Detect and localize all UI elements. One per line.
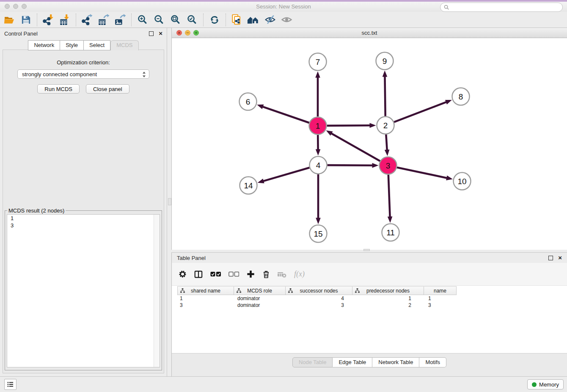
control-tab-mcds[interactable]: MCDS xyxy=(110,40,138,50)
table-tab-network-table[interactable]: Network Table xyxy=(372,357,419,367)
export-image-button[interactable] xyxy=(113,13,127,27)
table-cell: 1 xyxy=(352,295,424,301)
memory-button[interactable]: Memory xyxy=(527,379,564,389)
refresh-icon xyxy=(209,14,220,25)
zoom-fit-button[interactable] xyxy=(168,13,183,27)
mcds-result-node: 1 xyxy=(7,215,160,222)
criterion-select[interactable]: strongly connected component xyxy=(17,69,149,79)
close-panel-button[interactable]: Close panel xyxy=(86,84,129,94)
graph-edge-arrowhead xyxy=(372,163,378,168)
control-tab-network[interactable]: Network xyxy=(28,40,60,50)
zoom-out-icon xyxy=(154,14,165,25)
plus-icon xyxy=(247,270,255,278)
graph-node-label: 4 xyxy=(316,161,321,170)
sitemap-icon xyxy=(288,288,293,294)
mcds-result-list[interactable]: 13 xyxy=(7,214,160,367)
column-settings-button[interactable] xyxy=(179,270,187,278)
graph-edge-2-8[interactable] xyxy=(394,102,447,122)
deselect-all-checkboxes-button[interactable] xyxy=(228,271,239,277)
table-row[interactable]: 3dominator323 xyxy=(177,302,457,309)
graph-edge-arrowhead xyxy=(388,216,393,223)
save-session-button[interactable] xyxy=(19,13,33,27)
delete-column-button[interactable] xyxy=(262,270,270,279)
graph-edge-4-3[interactable] xyxy=(327,165,373,166)
hide-selected-button[interactable] xyxy=(263,13,277,27)
graph-edge-arrowhead xyxy=(258,179,264,183)
graph-edge-1-6[interactable] xyxy=(262,107,309,123)
table-row[interactable]: 1dominator411 xyxy=(177,295,457,302)
column-header-mcds-role[interactable]: MCDS role xyxy=(234,287,286,295)
zoom-in-button[interactable] xyxy=(135,13,150,27)
table-tab-node-table[interactable]: Node Table xyxy=(292,357,333,367)
import-network-icon xyxy=(43,14,54,25)
column-header-label: shared name xyxy=(178,288,234,294)
home-button[interactable] xyxy=(246,13,261,27)
task-history-button[interactable] xyxy=(4,379,17,390)
table-cell: 1 xyxy=(424,295,457,301)
node-table: shared nameMCDS rolesuccessor nodesprede… xyxy=(177,286,457,309)
table-panel-close-button[interactable]: × xyxy=(558,256,562,260)
graph-edge-4-14[interactable] xyxy=(263,168,309,181)
table-cell: 2 xyxy=(352,302,424,308)
column-header-label: MCDS role xyxy=(234,288,285,294)
column-header-label: name xyxy=(424,288,456,294)
graph-edge-3-1[interactable] xyxy=(331,133,380,161)
control-panel-title: Control Panel xyxy=(4,30,149,37)
export-table-button[interactable] xyxy=(96,13,111,27)
export-network-icon xyxy=(82,14,93,25)
zoom-out-button[interactable] xyxy=(152,13,166,27)
refresh-view-button[interactable] xyxy=(207,13,222,27)
delete-table-button[interactable] xyxy=(278,271,286,278)
horizontal-splitter-handle[interactable] xyxy=(363,249,370,251)
unchecked-boxes-icon xyxy=(228,271,239,277)
column-header-successor-nodes[interactable]: successor nodes xyxy=(286,287,352,295)
task-list-icon xyxy=(7,381,14,387)
control-panel-close-button[interactable]: × xyxy=(159,31,162,36)
graph-node-label: 3 xyxy=(386,161,391,170)
column-header-shared-name[interactable]: shared name xyxy=(177,287,234,295)
graph-edge-1-2[interactable] xyxy=(327,125,370,126)
function-builder-button[interactable]: f(x) xyxy=(294,270,305,279)
zoom-selected-button[interactable] xyxy=(185,13,199,27)
import-network-button[interactable] xyxy=(41,13,55,27)
column-header-label: predecessor nodes xyxy=(352,288,424,294)
control-tab-select[interactable]: Select xyxy=(84,40,110,50)
table-toolbar: f(x) xyxy=(172,263,567,286)
graph-edge-arrowhead xyxy=(383,70,388,77)
graph-edge-3-11[interactable] xyxy=(388,174,390,217)
split-table-button[interactable] xyxy=(194,271,203,278)
table-cell: 3 xyxy=(177,302,234,308)
column-header-name[interactable]: name xyxy=(424,287,457,295)
graph-edge-3-10[interactable] xyxy=(397,167,447,178)
select-all-checkboxes-button[interactable] xyxy=(210,271,221,277)
add-column-button[interactable] xyxy=(247,270,255,278)
table-cell: dominator xyxy=(234,302,286,308)
show-all-button[interactable] xyxy=(279,13,294,27)
network-window: scc.txt 7968124314101511 xyxy=(171,28,567,250)
table-panel-float-button[interactable] xyxy=(548,256,553,260)
mcds-result-group: MCDS result (2 nodes) 13 xyxy=(5,207,162,370)
table-cell: dominator xyxy=(234,295,286,301)
new-network-from-selection-button[interactable] xyxy=(230,13,244,27)
search-input[interactable] xyxy=(451,4,559,11)
graph-edge-2-9[interactable] xyxy=(385,76,385,116)
search-icon xyxy=(444,5,449,10)
mcds-result-scrollbar[interactable] xyxy=(154,215,160,367)
run-mcds-button[interactable]: Run MCDS xyxy=(37,84,80,94)
column-header-predecessor-nodes[interactable]: predecessor nodes xyxy=(352,287,424,295)
control-panel-float-button[interactable] xyxy=(149,31,154,36)
network-graph: 7968124314101511 xyxy=(172,38,567,250)
sitemap-icon xyxy=(180,288,185,294)
control-panel-tabs: NetworkStyleSelectMCDS xyxy=(0,40,167,50)
vertical-splitter-handle[interactable] xyxy=(168,198,171,205)
table-tab-motifs[interactable]: Motifs xyxy=(419,357,446,367)
export-network-button[interactable] xyxy=(80,13,94,27)
graph-edge-2-3[interactable] xyxy=(386,134,387,150)
open-session-button[interactable] xyxy=(2,13,17,27)
import-table-button[interactable] xyxy=(58,13,72,27)
toolbar-separator xyxy=(226,14,226,26)
graph-node-label: 9 xyxy=(383,57,387,66)
table-tab-edge-table[interactable]: Edge Table xyxy=(333,357,372,367)
control-tab-style[interactable]: Style xyxy=(60,40,84,50)
network-canvas[interactable]: 7968124314101511 xyxy=(172,38,567,250)
